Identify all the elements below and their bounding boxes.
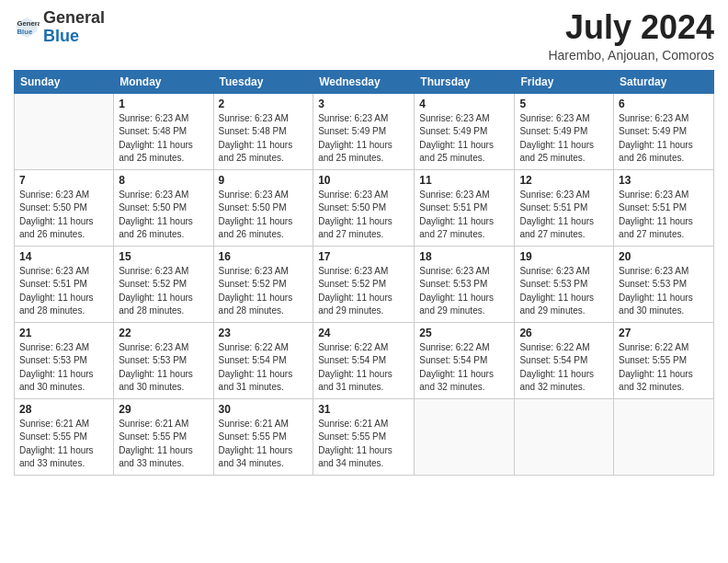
day-number: 2 <box>219 98 309 110</box>
day-info: Sunrise: 6:23 AM Sunset: 5:50 PM Dayligh… <box>19 189 108 242</box>
cell-week1-day6: 5Sunrise: 6:23 AM Sunset: 5:49 PM Daylig… <box>515 93 614 169</box>
day-number: 10 <box>318 174 409 187</box>
day-info: Sunrise: 6:23 AM Sunset: 5:52 PM Dayligh… <box>219 265 309 318</box>
cell-week3-day3: 16Sunrise: 6:23 AM Sunset: 5:52 PM Dayli… <box>213 246 313 322</box>
week-row-1: 1Sunrise: 6:23 AM Sunset: 5:48 PM Daylig… <box>15 93 714 169</box>
page: General Blue General Blue July 2024 Hare… <box>0 0 728 563</box>
day-info: Sunrise: 6:23 AM Sunset: 5:51 PM Dayligh… <box>619 189 709 242</box>
day-info: Sunrise: 6:23 AM Sunset: 5:48 PM Dayligh… <box>119 112 208 166</box>
col-sunday: Sunday <box>15 70 114 93</box>
day-info: Sunrise: 6:23 AM Sunset: 5:48 PM Dayligh… <box>219 112 309 166</box>
day-number: 27 <box>619 327 709 339</box>
month-year: July 2024 <box>548 9 714 46</box>
col-tuesday: Tuesday <box>213 70 313 93</box>
day-number: 30 <box>219 403 309 416</box>
cell-week1-day1 <box>15 93 114 169</box>
day-number: 16 <box>219 250 309 263</box>
day-number: 1 <box>119 98 208 110</box>
day-number: 13 <box>619 174 709 187</box>
day-number: 26 <box>519 327 609 339</box>
day-number: 25 <box>419 327 509 339</box>
cell-week3-day7: 20Sunrise: 6:23 AM Sunset: 5:53 PM Dayli… <box>614 246 714 322</box>
day-info: Sunrise: 6:23 AM Sunset: 5:53 PM Dayligh… <box>19 341 108 395</box>
day-info: Sunrise: 6:22 AM Sunset: 5:55 PM Dayligh… <box>619 341 709 395</box>
cell-week2-day3: 9Sunrise: 6:23 AM Sunset: 5:50 PM Daylig… <box>213 169 313 246</box>
day-number: 7 <box>19 174 108 187</box>
cell-week5-day1: 28Sunrise: 6:21 AM Sunset: 5:55 PM Dayli… <box>15 398 114 475</box>
day-number: 20 <box>619 250 709 263</box>
day-info: Sunrise: 6:23 AM Sunset: 5:49 PM Dayligh… <box>318 112 409 166</box>
day-info: Sunrise: 6:21 AM Sunset: 5:55 PM Dayligh… <box>119 418 208 471</box>
day-info: Sunrise: 6:21 AM Sunset: 5:55 PM Dayligh… <box>219 418 309 471</box>
day-number: 11 <box>419 174 509 187</box>
day-number: 8 <box>119 174 208 187</box>
day-number: 19 <box>519 250 609 263</box>
cell-week5-day5 <box>415 398 515 475</box>
cell-week1-day4: 3Sunrise: 6:23 AM Sunset: 5:49 PM Daylig… <box>313 93 415 169</box>
cell-week5-day3: 30Sunrise: 6:21 AM Sunset: 5:55 PM Dayli… <box>213 398 313 475</box>
cell-week1-day2: 1Sunrise: 6:23 AM Sunset: 5:48 PM Daylig… <box>114 93 213 169</box>
day-number: 23 <box>219 327 309 339</box>
cell-week2-day2: 8Sunrise: 6:23 AM Sunset: 5:50 PM Daylig… <box>114 169 213 246</box>
day-info: Sunrise: 6:22 AM Sunset: 5:54 PM Dayligh… <box>318 341 409 395</box>
cell-week1-day3: 2Sunrise: 6:23 AM Sunset: 5:48 PM Daylig… <box>213 93 313 169</box>
day-info: Sunrise: 6:23 AM Sunset: 5:51 PM Dayligh… <box>519 189 609 242</box>
day-number: 9 <box>219 174 309 187</box>
col-wednesday: Wednesday <box>313 70 415 93</box>
day-info: Sunrise: 6:23 AM Sunset: 5:50 PM Dayligh… <box>119 189 208 242</box>
cell-week1-day7: 6Sunrise: 6:23 AM Sunset: 5:49 PM Daylig… <box>614 93 714 169</box>
day-info: Sunrise: 6:22 AM Sunset: 5:54 PM Dayligh… <box>219 341 309 395</box>
cell-week3-day4: 17Sunrise: 6:23 AM Sunset: 5:52 PM Dayli… <box>313 246 415 322</box>
day-number: 4 <box>419 98 509 110</box>
cell-week1-day5: 4Sunrise: 6:23 AM Sunset: 5:49 PM Daylig… <box>415 93 515 169</box>
day-info: Sunrise: 6:22 AM Sunset: 5:54 PM Dayligh… <box>519 341 609 395</box>
day-number: 28 <box>19 403 108 416</box>
week-row-3: 14Sunrise: 6:23 AM Sunset: 5:51 PM Dayli… <box>15 246 714 322</box>
day-info: Sunrise: 6:23 AM Sunset: 5:49 PM Dayligh… <box>519 112 609 166</box>
logo-blue: Blue <box>43 27 79 45</box>
header: General Blue General Blue July 2024 Hare… <box>14 9 714 63</box>
svg-text:Blue: Blue <box>17 28 33 36</box>
day-number: 21 <box>19 327 108 339</box>
calendar-header-row: Sunday Monday Tuesday Wednesday Thursday… <box>15 70 714 93</box>
location: Harembo, Anjouan, Comoros <box>548 48 714 63</box>
cell-week2-day5: 11Sunrise: 6:23 AM Sunset: 5:51 PM Dayli… <box>415 169 515 246</box>
day-info: Sunrise: 6:23 AM Sunset: 5:49 PM Dayligh… <box>419 112 509 166</box>
day-info: Sunrise: 6:21 AM Sunset: 5:55 PM Dayligh… <box>318 418 409 471</box>
cell-week5-day7 <box>614 398 714 475</box>
day-number: 22 <box>119 327 208 339</box>
cell-week4-day3: 23Sunrise: 6:22 AM Sunset: 5:54 PM Dayli… <box>213 322 313 398</box>
day-number: 17 <box>318 250 409 263</box>
week-row-5: 28Sunrise: 6:21 AM Sunset: 5:55 PM Dayli… <box>15 398 714 475</box>
cell-week3-day6: 19Sunrise: 6:23 AM Sunset: 5:53 PM Dayli… <box>515 246 614 322</box>
day-info: Sunrise: 6:22 AM Sunset: 5:54 PM Dayligh… <box>419 341 509 395</box>
cell-week4-day5: 25Sunrise: 6:22 AM Sunset: 5:54 PM Dayli… <box>415 322 515 398</box>
day-info: Sunrise: 6:23 AM Sunset: 5:50 PM Dayligh… <box>318 189 409 242</box>
cell-week3-day5: 18Sunrise: 6:23 AM Sunset: 5:53 PM Dayli… <box>415 246 515 322</box>
day-info: Sunrise: 6:23 AM Sunset: 5:53 PM Dayligh… <box>619 265 709 318</box>
week-row-2: 7Sunrise: 6:23 AM Sunset: 5:50 PM Daylig… <box>15 169 714 246</box>
day-info: Sunrise: 6:23 AM Sunset: 5:51 PM Dayligh… <box>419 189 509 242</box>
day-number: 15 <box>119 250 208 263</box>
calendar-body: 1Sunrise: 6:23 AM Sunset: 5:48 PM Daylig… <box>15 93 714 475</box>
day-info: Sunrise: 6:23 AM Sunset: 5:50 PM Dayligh… <box>219 189 309 242</box>
cell-week2-day4: 10Sunrise: 6:23 AM Sunset: 5:50 PM Dayli… <box>313 169 415 246</box>
col-monday: Monday <box>114 70 213 93</box>
day-number: 6 <box>619 98 709 110</box>
cell-week4-day4: 24Sunrise: 6:22 AM Sunset: 5:54 PM Dayli… <box>313 322 415 398</box>
cell-week2-day6: 12Sunrise: 6:23 AM Sunset: 5:51 PM Dayli… <box>515 169 614 246</box>
logo: General Blue General Blue <box>14 9 105 46</box>
day-info: Sunrise: 6:23 AM Sunset: 5:53 PM Dayligh… <box>419 265 509 318</box>
cell-week5-day2: 29Sunrise: 6:21 AM Sunset: 5:55 PM Dayli… <box>114 398 213 475</box>
svg-text:General: General <box>17 19 40 28</box>
cell-week5-day6 <box>515 398 614 475</box>
day-info: Sunrise: 6:23 AM Sunset: 5:53 PM Dayligh… <box>119 341 208 395</box>
day-info: Sunrise: 6:21 AM Sunset: 5:55 PM Dayligh… <box>19 418 108 471</box>
day-number: 29 <box>119 403 208 416</box>
generalblue-logo-icon: General Blue <box>14 15 40 40</box>
day-number: 31 <box>318 403 409 416</box>
day-info: Sunrise: 6:23 AM Sunset: 5:52 PM Dayligh… <box>119 265 208 318</box>
col-friday: Friday <box>515 70 614 93</box>
cell-week4-day1: 21Sunrise: 6:23 AM Sunset: 5:53 PM Dayli… <box>15 322 114 398</box>
logo-general: General <box>43 8 105 27</box>
